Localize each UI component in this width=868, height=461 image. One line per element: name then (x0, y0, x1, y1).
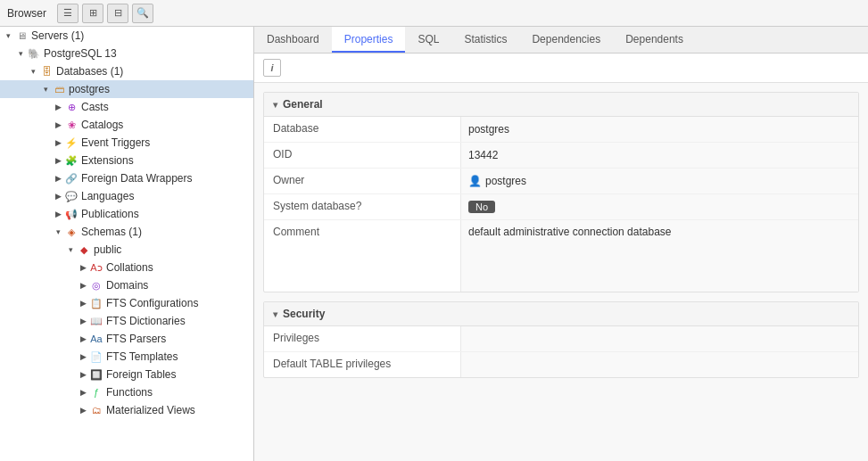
domain-icon: ◎ (89, 278, 103, 292)
tree-label-domains: Domains (106, 279, 148, 292)
owner-user-icon: 👤 (468, 175, 482, 187)
browser-title: Browser (7, 7, 46, 20)
tab-sql[interactable]: SQL (405, 27, 451, 53)
tree-toggle-catalogs: ▶ (52, 120, 64, 129)
prop-value-database: postgres (460, 117, 858, 142)
tree-toggle-foreign-tables: ▶ (77, 370, 89, 379)
prop-row-comment: Comment default administrative connectio… (264, 220, 858, 292)
tree-item-databases[interactable]: ▾🗄Databases (1) (0, 62, 253, 80)
tree-item-servers[interactable]: ▾🖥Servers (1) (0, 27, 253, 45)
tree-toggle-mat-views: ▶ (77, 406, 89, 415)
tree-item-public[interactable]: ▾◆public (0, 241, 253, 259)
tree-label-databases: Databases (1) (56, 65, 123, 78)
fts-dict-icon: 📖 (89, 314, 103, 328)
tab-statistics[interactable]: Statistics (451, 27, 519, 53)
info-bar: i (254, 54, 868, 83)
lang-icon: 💬 (64, 189, 79, 203)
list-view-button[interactable]: ☰ (57, 4, 79, 23)
cast-icon: ⊕ (64, 100, 79, 114)
tree-item-postgres[interactable]: ▾🗃postgres (0, 80, 253, 98)
general-toggle-icon: ▾ (273, 100, 277, 110)
prop-row-oid: OID 13442 (264, 143, 858, 169)
tree-label-event-triggers: Event Triggers (81, 136, 150, 149)
tree-label-fdw: Foreign Data Wrappers (81, 172, 193, 185)
tree-label-fts-dicts: FTS Dictionaries (106, 315, 186, 327)
tree-item-fts-parsers[interactable]: ▶AaFTS Parsers (0, 330, 253, 348)
tree-toggle-schemas: ▾ (52, 227, 64, 236)
tree-label-public: public (94, 243, 121, 256)
prop-row-database: Database postgres (264, 117, 858, 143)
tree-toggle-fts-dicts: ▶ (77, 317, 89, 325)
prop-value-owner: 👤 postgres (460, 169, 858, 193)
tree-toggle-fts-configs: ▶ (77, 299, 89, 308)
tree-item-foreign-tables[interactable]: ▶🔲Foreign Tables (0, 366, 253, 383)
tree-label-catalogs: Catalogs (81, 119, 123, 131)
tree-item-languages[interactable]: ▶💬Languages (0, 187, 253, 205)
tree-toggle-databases: ▾ (27, 67, 39, 76)
prop-row-privileges: Privileges (264, 326, 858, 352)
server-icon: 🖥 (14, 29, 29, 43)
tree-item-pg13[interactable]: ▾🐘PostgreSQL 13 (0, 45, 253, 62)
tree-item-publications[interactable]: ▶📢Publications (0, 205, 253, 223)
tree-item-fdw[interactable]: ▶🔗Foreign Data Wrappers (0, 169, 253, 187)
tab-bar: Dashboard Properties SQL Statistics Depe… (254, 27, 868, 54)
tree-item-mat-views[interactable]: ▶🗂Materialized Views (0, 401, 253, 419)
info-icon-button[interactable]: i (263, 59, 281, 77)
tab-dependents[interactable]: Dependents (613, 27, 696, 53)
security-section: ▾ Security Privileges Default TABLE priv… (263, 301, 859, 378)
tree-toggle-postgres: ▾ (39, 85, 52, 94)
properties-content: ▾ General Database postgres OID 13442 Ow… (254, 83, 868, 461)
tree-item-collations[interactable]: ▶AↄCollations (0, 259, 253, 276)
tab-dashboard[interactable]: Dashboard (254, 27, 332, 53)
filter-button[interactable]: ⊟ (107, 4, 128, 23)
tree-item-domains[interactable]: ▶◎Domains (0, 276, 253, 294)
tree-item-schemas[interactable]: ▾◈Schemas (1) (0, 223, 253, 241)
tree-toggle-public: ▾ (64, 245, 77, 254)
toolbar: Browser ☰ ⊞ ⊟ 🔍 (0, 0, 868, 27)
tree-toggle-fdw: ▶ (52, 174, 64, 183)
prop-value-system-db: No (460, 194, 858, 219)
search-button[interactable]: 🔍 (132, 4, 153, 23)
tree-item-fts-templates[interactable]: ▶📄FTS Templates (0, 348, 253, 366)
tree-label-casts: Casts (81, 101, 109, 113)
general-section-header[interactable]: ▾ General (264, 93, 858, 117)
tab-properties[interactable]: Properties (332, 27, 406, 53)
tree-item-catalogs[interactable]: ▶❀Catalogs (0, 116, 253, 134)
sidebar-tree: ▾🖥Servers (1)▾🐘PostgreSQL 13▾🗄Databases … (0, 27, 254, 461)
tree-label-fts-parsers: FTS Parsers (106, 333, 166, 345)
prop-value-privileges (460, 326, 858, 351)
tree-item-event-triggers[interactable]: ▶⚡Event Triggers (0, 134, 253, 152)
tree-label-foreign-tables: Foreign Tables (106, 368, 177, 381)
security-section-title: Security (283, 308, 325, 320)
tree-item-extensions[interactable]: ▶🧩Extensions (0, 152, 253, 169)
general-section-title: General (283, 98, 323, 111)
fts-config-icon: 📋 (89, 296, 103, 310)
tree-label-schemas: Schemas (1) (81, 226, 142, 238)
tree-label-postgres: postgres (69, 83, 110, 95)
system-db-badge: No (468, 201, 495, 213)
tab-dependencies[interactable]: Dependencies (519, 27, 613, 53)
tree-item-fts-dicts[interactable]: ▶📖FTS Dictionaries (0, 312, 253, 330)
tree-toggle-languages: ▶ (52, 192, 64, 201)
tree-item-functions[interactable]: ▶ƒFunctions (0, 383, 253, 401)
mat-view-icon: 🗂 (89, 403, 103, 417)
owner-value-text: postgres (485, 175, 526, 187)
tree-item-fts-configs[interactable]: ▶📋FTS Configurations (0, 294, 253, 312)
public-icon: ◆ (77, 243, 91, 257)
prop-label-owner: Owner (264, 169, 460, 192)
tree-label-pg13: PostgreSQL 13 (44, 47, 117, 60)
tree-label-servers: Servers (1) (31, 29, 84, 42)
tree-toggle-domains: ▶ (77, 281, 89, 290)
grid-view-button[interactable]: ⊞ (82, 4, 103, 23)
tree-label-fts-configs: FTS Configurations (106, 297, 198, 309)
tree-item-casts[interactable]: ▶⊕Casts (0, 98, 253, 116)
prop-value-comment: default administrative connection databa… (460, 220, 858, 292)
foreign-table-icon: 🔲 (89, 367, 103, 382)
security-section-header[interactable]: ▾ Security (264, 302, 858, 326)
tree-label-languages: Languages (81, 190, 134, 202)
prop-row-system-db: System database? No (264, 194, 858, 220)
security-toggle-icon: ▾ (273, 309, 277, 319)
tree-label-functions: Functions (106, 386, 153, 399)
prop-label-privileges: Privileges (264, 326, 460, 350)
fdw-icon: 🔗 (64, 171, 79, 185)
